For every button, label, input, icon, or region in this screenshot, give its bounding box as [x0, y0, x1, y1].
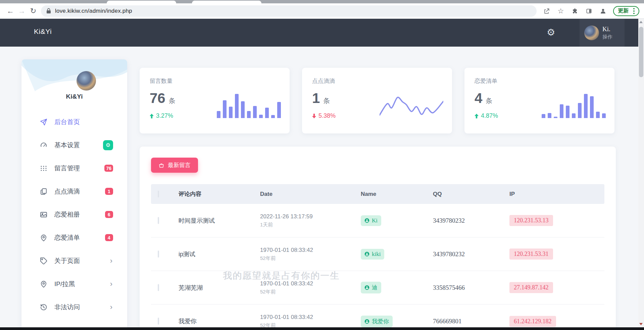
- arrow-up-icon: [150, 114, 154, 118]
- header-name: Name: [361, 191, 433, 198]
- table-row[interactable]: 我爱你 1970-01-01 08:33:42 52年前 我爱你 7666698…: [151, 305, 604, 330]
- app-navbar: Ki&Yi ⚙ Ki. 操作: [0, 19, 644, 47]
- navbar-user-menu[interactable]: Ki. 操作: [580, 19, 625, 47]
- arrow-down-icon: [312, 114, 316, 118]
- stat-cards: 留言数量 76 条 3.27% 点点滴滴 1 条 5.38%: [140, 68, 614, 133]
- sidebar-avatar[interactable]: [77, 71, 96, 91]
- scrollbar-up-arrow-icon[interactable]: [639, 21, 643, 23]
- ip-badge: 120.231.53.31: [509, 249, 553, 260]
- user-badge-icon: [364, 218, 369, 223]
- sidebar-item-about[interactable]: 关于页面 ›: [21, 249, 127, 272]
- side-panel-icon[interactable]: [583, 6, 595, 16]
- dashboard-gauge-icon: [40, 141, 48, 149]
- chevron-right-icon: ›: [110, 280, 112, 288]
- brand-title: Ki&Yi: [34, 28, 52, 36]
- map-pin-icon: [40, 234, 48, 242]
- comments-count-badge: 76: [104, 165, 113, 172]
- table-row[interactable]: 芜湖芜湖 1970-01-01 08:33:42 52年前 迪 33585754…: [151, 271, 604, 305]
- paper-plane-icon: [40, 118, 48, 126]
- sidebar-item-love-list[interactable]: 恋爱清单 4: [21, 226, 127, 249]
- sidebar-item-comments[interactable]: 留言管理 76: [21, 157, 127, 180]
- user-badge-icon: [364, 285, 369, 290]
- table-row[interactable]: ip测试 1970-01-01 08:33:42 52年前 kiki 34397…: [151, 237, 604, 271]
- chevron-right-icon: ›: [110, 257, 112, 265]
- browser-tab[interactable]: [192, 1, 261, 3]
- select-all-checkbox[interactable]: [158, 190, 159, 198]
- sidebar-item-ip-blacklist[interactable]: IP/拉黑 ›: [21, 272, 127, 295]
- wave-decoration-image: [21, 59, 127, 91]
- header-content: 评论内容: [179, 190, 260, 198]
- ip-badge: 61.242.129.182: [509, 316, 556, 327]
- browser-update-button[interactable]: 更新: [613, 6, 639, 16]
- page-scrollbar[interactable]: [638, 19, 644, 328]
- scrollbar-down-arrow-icon[interactable]: [639, 323, 643, 325]
- back-button[interactable]: ←: [5, 7, 16, 15]
- lock-icon: [46, 8, 51, 14]
- name-badge: 我爱你: [361, 316, 393, 327]
- browser-toolbar: ← → ↻ love.kikiw.cn/admin/index.php ☆: [0, 3, 644, 19]
- name-badge: Ki: [361, 215, 381, 226]
- row-checkbox[interactable]: [158, 251, 159, 258]
- row-checkbox[interactable]: [158, 318, 159, 325]
- sidebar-profile-name: Ki&Yi: [21, 93, 127, 100]
- line-sparkline: [380, 93, 443, 121]
- header-ip: IP: [509, 191, 604, 198]
- ip-badge: 120.231.53.13: [509, 215, 553, 226]
- photo-icon: [40, 211, 48, 219]
- history-clock-icon: [40, 303, 48, 311]
- user-badge-icon: [364, 252, 369, 257]
- name-badge: 迪: [361, 282, 381, 293]
- moments-count-badge: 1: [105, 188, 113, 195]
- settings-badge-gear-icon: ⚙: [103, 140, 113, 150]
- love-list-count-badge: 4: [105, 234, 113, 241]
- url-text: love.kikiw.cn/admin/index.php: [55, 8, 132, 14]
- sidebar: Ki&Yi 后台首页 基本设置 ⚙ 留言管理 76 点点滴滴 1: [21, 59, 127, 330]
- latest-comments-card: 最新留言 评论内容 Date Name QQ IP 时间显示测试 2022-11…: [140, 147, 616, 330]
- address-bar[interactable]: love.kikiw.cn/admin/index.php: [41, 5, 537, 17]
- bar-sparkline: [542, 94, 606, 118]
- name-badge: kiki: [361, 249, 384, 260]
- stat-value: 1: [312, 90, 320, 106]
- sidebar-item-illegal-access[interactable]: 非法访问 ›: [21, 295, 127, 319]
- extensions-icon[interactable]: [569, 6, 581, 16]
- browser-menu-icon[interactable]: [631, 7, 637, 15]
- latest-comments-button[interactable]: 最新留言: [151, 158, 198, 173]
- scrollbar-thumb[interactable]: [639, 27, 643, 77]
- table-row[interactable]: 时间显示测试 2022-11-26 13:17:59 1天前 Ki 343978…: [151, 204, 604, 237]
- bookmark-star-icon[interactable]: ☆: [555, 6, 567, 16]
- basket-icon: [158, 162, 164, 168]
- sidebar-item-moments[interactable]: 点点滴滴 1: [21, 180, 127, 203]
- album-count-badge: 6: [105, 211, 113, 218]
- user-avatar: [584, 25, 599, 40]
- chevron-right-icon: ›: [110, 304, 112, 311]
- sidebar-menu: 后台首页 基本设置 ⚙ 留言管理 76 点点滴滴 1 恋爱相册 6: [21, 110, 127, 319]
- browser-tab-strip: [0, 0, 644, 3]
- row-checkbox[interactable]: [158, 217, 159, 224]
- browser-active-tab[interactable]: [107, 1, 176, 3]
- sidebar-item-dashboard[interactable]: 后台首页: [21, 110, 127, 133]
- stat-value: 76: [150, 90, 165, 106]
- stat-card-moments: 点点滴滴 1 条 5.38%: [302, 68, 452, 133]
- header-qq: QQ: [433, 191, 509, 198]
- bar-sparkline: [217, 94, 281, 118]
- table-header: 评论内容 Date Name QQ IP: [151, 184, 604, 204]
- stat-card-love-list: 恋爱清单 4 条 4.87%: [464, 68, 614, 133]
- stat-card-comments: 留言数量 76 条 3.27%: [140, 68, 290, 133]
- user-badge-icon: [364, 319, 369, 324]
- screen-bottom-edge: [0, 327, 644, 330]
- settings-gear-icon[interactable]: ⚙: [547, 27, 555, 38]
- table-body: 时间显示测试 2022-11-26 13:17:59 1天前 Ki 343978…: [151, 204, 604, 330]
- arrow-up-icon: [475, 114, 479, 118]
- forward-button[interactable]: →: [16, 7, 28, 15]
- row-checkbox[interactable]: [158, 284, 159, 291]
- page-content: Ki&Yi 后台首页 基本设置 ⚙ 留言管理 76 点点滴滴 1: [0, 47, 638, 330]
- share-icon[interactable]: [541, 6, 553, 16]
- refresh-button[interactable]: ↻: [28, 7, 39, 15]
- ip-badge: 27.149.87.142: [509, 282, 553, 293]
- header-date: Date: [260, 191, 361, 198]
- sidebar-item-album[interactable]: 恋爱相册 6: [21, 203, 127, 226]
- browser-profile-icon[interactable]: [597, 6, 609, 16]
- user-name: Ki.: [602, 25, 612, 33]
- sidebar-item-basic-settings[interactable]: 基本设置 ⚙: [21, 133, 127, 157]
- tag-icon: [40, 257, 48, 265]
